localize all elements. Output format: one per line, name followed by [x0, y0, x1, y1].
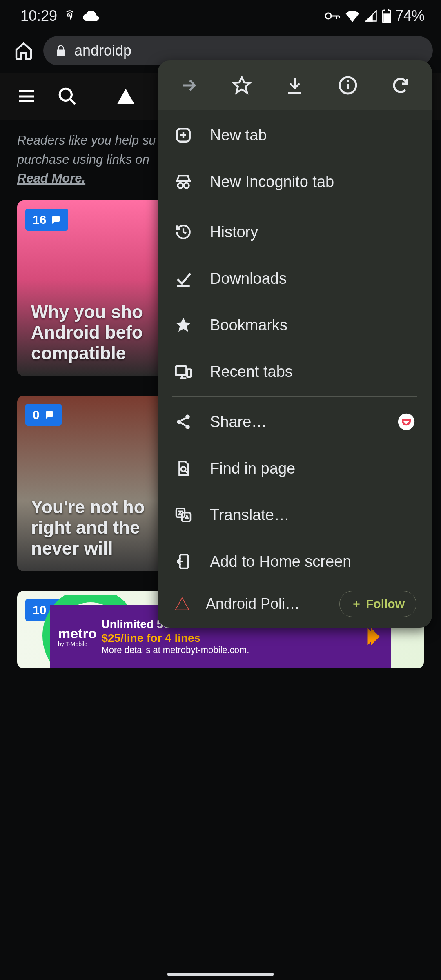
- download-button[interactable]: [281, 71, 309, 100]
- cloud-icon: [82, 10, 100, 22]
- article-title: Why you sho Android befo compatible: [31, 302, 143, 364]
- comment-badge[interactable]: 16: [25, 209, 68, 231]
- share-icon: [173, 412, 194, 432]
- page-info-button[interactable]: [334, 71, 362, 100]
- menu-share[interactable]: Share…: [158, 399, 432, 445]
- svg-point-2: [60, 89, 71, 100]
- menu-downloads[interactable]: Downloads: [158, 255, 432, 302]
- translate-icon: [173, 505, 194, 525]
- comment-badge[interactable]: 0: [25, 404, 62, 426]
- svg-point-14: [181, 467, 186, 472]
- menu-icon-row: [158, 60, 432, 110]
- menu-new-tab[interactable]: New tab: [158, 112, 432, 158]
- menu-bookmarks[interactable]: Bookmarks: [158, 302, 432, 348]
- site-logo-icon[interactable]: [114, 85, 137, 108]
- battery-percent: 74%: [395, 7, 425, 24]
- menu-add-to-home[interactable]: Add to Home screen: [158, 538, 432, 580]
- footer-site-name: Android Poli…: [206, 595, 325, 612]
- ad-chevron-icon: [363, 626, 383, 647]
- menu-divider: [172, 396, 417, 397]
- menu-divider: [172, 207, 417, 207]
- site-favicon: [173, 595, 191, 613]
- vpn-key-icon: [324, 11, 341, 20]
- bookmark-button[interactable]: [227, 71, 256, 100]
- svg-point-0: [325, 13, 331, 19]
- search-icon[interactable]: [57, 86, 78, 107]
- follow-button[interactable]: Follow: [339, 591, 416, 617]
- star-icon: [173, 315, 194, 335]
- svg-point-11: [177, 420, 181, 424]
- download-done-icon: [173, 268, 194, 289]
- plus-box-icon: [173, 125, 194, 145]
- fingerprint-icon: [64, 9, 76, 23]
- svg-rect-1: [383, 13, 390, 22]
- menu-recent-tabs[interactable]: Recent tabs: [158, 348, 432, 395]
- menu-history[interactable]: History: [158, 209, 432, 255]
- gesture-nav-pill[interactable]: [167, 973, 274, 976]
- svg-rect-9: [187, 370, 191, 377]
- wifi-icon: [345, 10, 360, 22]
- read-more-link[interactable]: Read More.: [17, 171, 85, 185]
- svg-point-6: [178, 183, 183, 188]
- forward-button[interactable]: [175, 71, 203, 100]
- svg-point-12: [185, 425, 190, 429]
- hamburger-icon[interactable]: [16, 86, 37, 107]
- menu-site-footer: Android Poli… Follow: [158, 580, 432, 628]
- svg-point-7: [184, 183, 189, 188]
- menu-translate[interactable]: Translate…: [158, 492, 432, 538]
- url-text: androidp: [74, 42, 131, 59]
- status-bar: 10:29 74%: [0, 0, 441, 28]
- svg-point-10: [185, 415, 190, 419]
- incognito-icon: [173, 172, 194, 192]
- svg-rect-8: [176, 366, 187, 375]
- battery-icon: [382, 9, 391, 23]
- devices-icon: [173, 361, 194, 382]
- home-button[interactable]: [12, 39, 35, 62]
- pocket-icon[interactable]: [396, 412, 416, 432]
- find-in-page-icon: [173, 458, 194, 479]
- signal-icon: [364, 10, 378, 22]
- reload-button[interactable]: [386, 71, 415, 100]
- status-time: 10:29: [20, 7, 57, 24]
- menu-incognito[interactable]: New Incognito tab: [158, 158, 432, 205]
- menu-find-in-page[interactable]: Find in page: [158, 445, 432, 492]
- add-to-home-icon: [173, 551, 194, 572]
- svg-point-13: [398, 414, 414, 430]
- history-icon: [173, 222, 194, 242]
- overflow-menu: New tab New Incognito tab History Downlo…: [158, 60, 432, 628]
- article-title: You're not ho right and the never will: [31, 497, 145, 559]
- lock-icon: [55, 43, 67, 58]
